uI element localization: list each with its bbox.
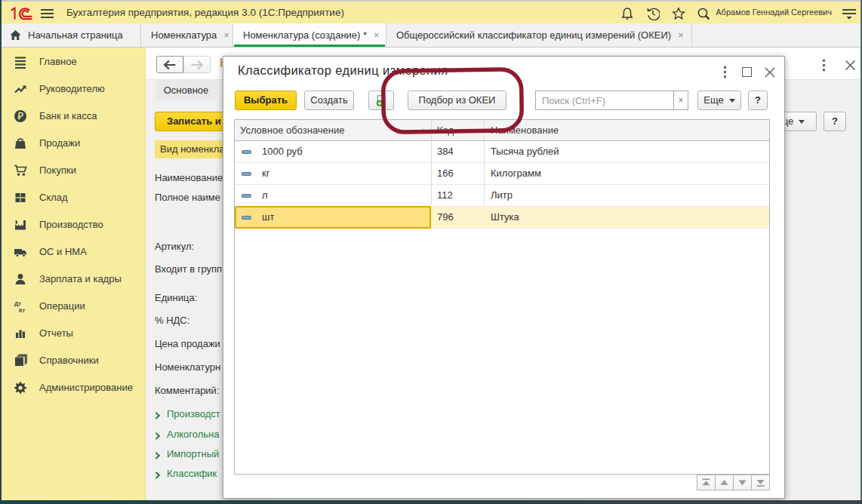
user-name[interactable]: Абрамов Геннадий Сергеевич: [716, 2, 832, 23]
dialog-more-dots-icon[interactable]: [723, 66, 727, 78]
sidebar-item-label: Отчеты: [39, 320, 73, 347]
select-button[interactable]: Выбрать: [235, 91, 297, 110]
create-button[interactable]: Создать: [304, 91, 354, 110]
top-bar: Бухгалтерия предприятия, редакция 3.0 (1…: [2, 2, 860, 23]
boxes-grid-icon: [14, 191, 27, 204]
column-header[interactable]: Наименование: [491, 120, 559, 141]
sidebar-item-prodazhi[interactable]: Продажи: [2, 130, 146, 157]
table-row[interactable]: 1000 руб 384 Тысяча рублей: [235, 141, 769, 163]
unit-item-icon: [242, 216, 251, 220]
svg-text:Кт: Кт: [19, 307, 26, 314]
unit-item-icon: [242, 172, 251, 176]
field-label: Входит в групп: [155, 262, 222, 277]
sidebar-item-label: Банк и касса: [39, 103, 97, 130]
search-input[interactable]: [535, 91, 674, 110]
dialog-help-button[interactable]: ?: [748, 91, 768, 110]
tab-okei-classifier[interactable]: Общероссийский классификатор единиц изме…: [386, 23, 692, 47]
field-label: Единица:: [155, 290, 197, 306]
sidebar-item-rukovoditelyu[interactable]: Руководителю: [2, 75, 146, 103]
main-menu-burger-icon[interactable]: [41, 8, 54, 19]
okei-pick-button[interactable]: Подбор из ОКЕИ: [408, 91, 506, 110]
tab-osnovnoe[interactable]: Основное: [155, 80, 217, 100]
column-header[interactable]: Условное обозначение: [240, 120, 345, 141]
service-menu-icon[interactable]: [842, 8, 856, 20]
table-row[interactable]: л 112 Литр: [235, 185, 769, 207]
tab-label: Номенклатура (создание) *: [243, 29, 367, 41]
form-close-icon[interactable]: [845, 60, 856, 71]
menu-lines-icon: [14, 55, 27, 69]
dialog-close-icon[interactable]: [765, 67, 775, 78]
search-clear-icon[interactable]: ×: [674, 91, 688, 110]
section-link[interactable]: Производст: [155, 407, 220, 422]
cell-symbol: кг: [262, 163, 269, 184]
window-frame-top: [0, 0, 862, 2]
units-classifier-dialog: Классификатор единиц измерения Выбрать С…: [223, 56, 785, 499]
sidebar-item-sklad[interactable]: Склад: [2, 184, 146, 211]
tab-close-icon[interactable]: ×: [223, 29, 229, 41]
favorites-star-icon[interactable]: [672, 7, 685, 20]
cell-name: Литр: [491, 185, 513, 206]
cell-code: 112: [437, 185, 453, 206]
field-label: % НДС:: [155, 313, 189, 328]
sidebar-item-otchety[interactable]: Отчеты: [2, 320, 146, 347]
history-icon[interactable]: [646, 7, 660, 20]
ruble-circle-icon: [14, 109, 27, 123]
sidebar-item-proizvodstvo[interactable]: Производство: [2, 211, 146, 238]
factory-icon: [14, 218, 27, 232]
tab-nomenklatura[interactable]: Номенклатура×: [141, 23, 233, 47]
sidebar-item-operacii[interactable]: ДтКт Операции: [2, 293, 146, 320]
search-icon[interactable]: [697, 7, 710, 20]
link-label: Импортный: [167, 448, 219, 459]
search-box: ×: [535, 91, 688, 110]
sidebar-item-glavnoe[interactable]: Главное: [2, 48, 146, 75]
app-title: Бухгалтерия предприятия, редакция 3.0 (1…: [66, 2, 344, 23]
table-row[interactable]: кг 166 Килограмм: [235, 163, 769, 185]
tab-home[interactable]: Начальная страница: [2, 23, 141, 47]
section-link[interactable]: Классифик: [155, 466, 217, 481]
column-header[interactable]: Код: [437, 120, 454, 141]
section-link[interactable]: Алкогольна: [155, 427, 220, 442]
form-help-button[interactable]: ?: [824, 112, 846, 131]
dialog-more-button[interactable]: Еще: [697, 91, 741, 110]
dialog-maximize-icon[interactable]: [742, 67, 752, 77]
sidebar-item-administrirovanie[interactable]: Администрирование: [2, 374, 146, 401]
books-icon: [14, 354, 27, 367]
sidebar-item-label: Производство: [39, 211, 103, 238]
sidebar-item-pokupki[interactable]: Покупки: [2, 157, 146, 184]
sidebar-item-zarplata-kadry[interactable]: Зарплата и кадры: [2, 266, 146, 293]
scroll-up-button[interactable]: [715, 475, 734, 490]
dialog-title: Классификатор единиц измерения: [238, 63, 448, 78]
cell-code: 384: [437, 141, 454, 162]
gear-icon: [14, 381, 27, 395]
sidebar-item-bank-kassa[interactable]: Банк и касса: [2, 103, 146, 130]
link-label: Классифик: [167, 468, 217, 479]
application-window: Бухгалтерия предприятия, редакция 3.0 (1…: [0, 0, 862, 504]
cell-symbol: л: [262, 185, 268, 206]
chevron-down-icon: [799, 120, 805, 124]
back-button[interactable]: [156, 56, 183, 73]
back-arrow-icon: [164, 60, 176, 69]
sidebar-item-label: Склад: [39, 184, 68, 211]
notifications-bell-icon[interactable]: [620, 7, 634, 20]
create-group-button[interactable]: [368, 91, 394, 110]
scroll-down-button[interactable]: [733, 475, 752, 490]
sidebar-item-os-nma[interactable]: ОС и НМА: [2, 238, 146, 266]
sidebar-item-label: ОС и НМА: [39, 238, 87, 266]
form-more-dots-icon[interactable]: [822, 59, 826, 72]
sidebar-item-spravochniki[interactable]: Справочники: [2, 347, 146, 374]
scroll-bottom-button[interactable]: [751, 475, 770, 490]
table-header[interactable]: Условное обозначение ↓ Код Наименование: [235, 120, 769, 141]
scroll-top-button[interactable]: [697, 475, 716, 490]
tab-nomenklatura-create[interactable]: Номенклатура (создание) *×: [233, 23, 386, 47]
section-link[interactable]: Импортный: [155, 447, 219, 462]
cell-name: Килограмм: [491, 163, 541, 184]
scroll-top-icon: [697, 475, 715, 490]
scroll-up-icon: [716, 475, 733, 490]
tab-close-icon[interactable]: ×: [678, 29, 684, 41]
window-frame-left: [0, 0, 2, 504]
sidebar-item-label: Покупки: [39, 157, 76, 184]
table-row-selected[interactable]: шт 796 Штука: [235, 207, 769, 229]
tab-close-icon[interactable]: ×: [374, 29, 380, 41]
chevron-right-icon: [152, 452, 160, 459]
sidebar-item-label: Администрирование: [39, 374, 133, 401]
